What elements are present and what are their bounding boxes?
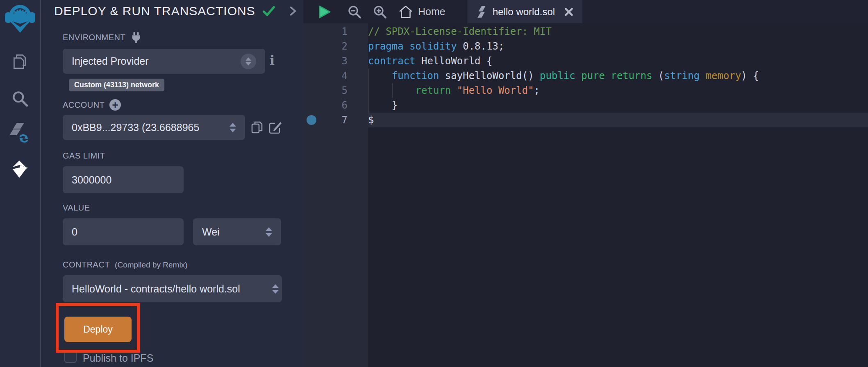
plus-circle-icon[interactable]: + <box>109 99 121 111</box>
run-script-button[interactable] <box>318 0 332 23</box>
sidebar-item-search[interactable] <box>0 89 40 108</box>
line-number[interactable]: 6 <box>342 100 348 111</box>
account-select[interactable]: 0xBB9...29733 (23.6688965 <box>63 115 245 140</box>
publish-ipfs-checkbox[interactable] <box>64 351 77 363</box>
contract-label-row: CONTRACT (Compiled by Remix) <box>63 260 187 270</box>
deploy-run-icon <box>10 160 30 179</box>
spinner-arrows-icon <box>272 284 279 294</box>
home-icon <box>398 5 413 19</box>
zoom-out-icon <box>347 4 362 20</box>
code-text[interactable]: // SPDX-License-Identifier: MIT <box>368 24 868 39</box>
line-number[interactable]: 1 <box>342 26 348 37</box>
breakpoint-slot[interactable] <box>307 71 316 81</box>
indent-guide <box>368 68 369 83</box>
line-number[interactable]: 5 <box>342 85 348 96</box>
gas-limit-label-row: GAS LIMIT <box>63 151 105 161</box>
copy-account-button[interactable] <box>250 120 264 135</box>
indent-guide <box>368 98 369 113</box>
sidebar-item-solidity-compiler[interactable] <box>0 121 40 143</box>
breakpoint-slot[interactable] <box>307 86 316 95</box>
account-label: ACCOUNT <box>63 100 105 110</box>
tab-home[interactable]: Home <box>398 0 445 23</box>
zoom-out-button[interactable] <box>347 0 362 23</box>
sidebar-item-deploy-run[interactable] <box>0 160 40 179</box>
breakpoint-slot[interactable] <box>307 27 316 36</box>
line-number[interactable]: 2 <box>342 41 348 52</box>
breakpoint-slot[interactable] <box>307 100 316 110</box>
environment-label: ENVIRONMENT <box>63 33 125 42</box>
code-text[interactable]: } <box>368 98 868 113</box>
edit-icon <box>268 120 283 134</box>
code-text[interactable]: pragma solidity 0.8.13; <box>368 39 868 54</box>
account-label-row: ACCOUNT + <box>63 99 121 111</box>
code-line-2[interactable]: 2pragma solidity 0.8.13; <box>303 39 868 54</box>
environment-info-button[interactable]: i <box>270 52 275 68</box>
close-icon[interactable] <box>564 7 574 17</box>
contract-note: (Compiled by Remix) <box>115 261 187 270</box>
gas-limit-label: GAS LIMIT <box>63 151 105 161</box>
line-number[interactable]: 3 <box>342 55 348 67</box>
breakpoint-slot[interactable] <box>307 41 316 51</box>
line-gutter: 2 <box>303 39 368 54</box>
value-amount: 0 <box>72 226 77 238</box>
activity-sidebar <box>0 0 41 367</box>
tab-label: hello world.sol <box>493 6 558 18</box>
network-badge: Custom (43113) network <box>69 79 164 91</box>
tab-hello-world-sol[interactable]: hello world.sol <box>468 0 582 23</box>
gas-limit-value: 3000000 <box>72 174 111 186</box>
code-line-1[interactable]: 1// SPDX-License-Identifier: MIT <box>303 24 868 39</box>
search-icon <box>11 89 30 108</box>
code-line-6[interactable]: 6 } <box>303 98 868 113</box>
code-area[interactable]: 1// SPDX-License-Identifier: MIT2pragma … <box>303 23 868 367</box>
spinner-arrows-icon <box>266 227 272 237</box>
zoom-in-icon <box>372 4 388 20</box>
line-gutter: 7 <box>303 113 368 127</box>
code-line-4[interactable]: 4 function sayHelloWorld() public pure r… <box>303 68 868 83</box>
deploy-button[interactable]: Deploy <box>64 317 132 342</box>
code-text[interactable]: $ <box>368 113 868 127</box>
solidity-compiler-icon <box>9 121 31 143</box>
sort-circle-icon <box>241 54 256 69</box>
environment-label-row: ENVIRONMENT <box>63 31 142 43</box>
value-input[interactable]: 0 <box>63 218 184 245</box>
code-editor: Home hello world.sol 1// SPDX-License-Id… <box>303 0 868 367</box>
contract-value: HelloWorld - contracts/hello world.sol <box>72 283 271 295</box>
code-text[interactable]: contract HelloWorld { <box>368 54 868 68</box>
breakpoint-slot[interactable] <box>307 56 316 66</box>
remix-ide-window: DEPLOY & RUN TRANSACTIONS ENVIRONMENT In… <box>0 0 868 367</box>
environment-value: Injected Provider <box>72 55 241 67</box>
contract-label: CONTRACT <box>63 260 110 270</box>
zoom-in-button[interactable] <box>372 0 388 23</box>
remix-logo-icon <box>4 3 36 34</box>
copy-icon <box>250 120 264 135</box>
line-gutter: 1 <box>303 24 368 39</box>
solidity-file-icon <box>476 6 487 18</box>
chevron-right-icon <box>289 6 297 16</box>
account-value: 0xBB9...29733 (23.6688965 <box>72 122 224 134</box>
indent-guide <box>368 83 369 98</box>
home-tab-label: Home <box>418 6 445 18</box>
contract-select[interactable]: HelloWorld - contracts/hello world.sol <box>63 275 282 302</box>
collapse-panel-button[interactable] <box>289 6 297 16</box>
panel-title: DEPLOY & RUN TRANSACTIONS <box>54 4 255 18</box>
breakpoint-dot[interactable] <box>307 115 316 125</box>
code-text[interactable]: return "Hello World"; <box>368 83 868 98</box>
remix-logo[interactable] <box>0 3 40 34</box>
line-gutter: 4 <box>303 68 368 83</box>
editor-tab-bar: Home hello world.sol <box>303 0 868 23</box>
code-line-5[interactable]: 5 return "Hello World"; <box>303 83 868 98</box>
code-lines: 1// SPDX-License-Identifier: MIT2pragma … <box>303 24 868 127</box>
sidebar-item-file-explorer[interactable] <box>0 52 40 71</box>
code-text[interactable]: function sayHelloWorld() public pure ret… <box>368 68 868 83</box>
value-unit-select[interactable]: Wei <box>193 218 281 245</box>
code-line-3[interactable]: 3contract HelloWorld { <box>303 54 868 68</box>
info-icon: i <box>270 52 275 68</box>
deploy-run-panel: DEPLOY & RUN TRANSACTIONS ENVIRONMENT In… <box>42 0 303 367</box>
line-number[interactable]: 4 <box>342 70 348 82</box>
play-icon <box>318 5 332 19</box>
code-line-7[interactable]: 7$ <box>303 113 868 127</box>
gas-limit-input[interactable]: 3000000 <box>63 166 184 193</box>
line-number[interactable]: 7 <box>342 114 348 126</box>
edit-account-button[interactable] <box>268 120 283 134</box>
environment-select[interactable]: Injected Provider <box>63 49 265 74</box>
